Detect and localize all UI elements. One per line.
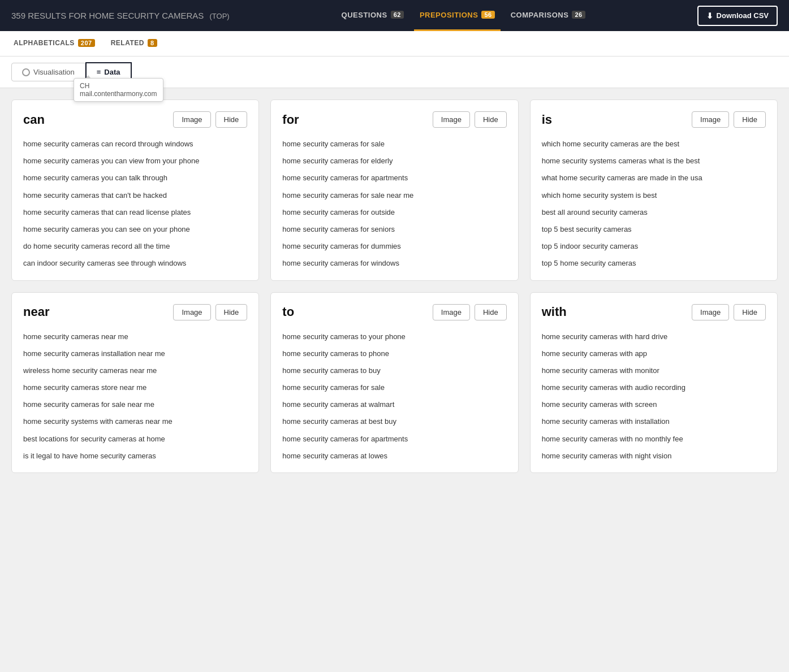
card-near-title: near (23, 305, 49, 319)
card-to-list: home security cameras to your phone home… (282, 332, 506, 462)
list-item: top 5 home security cameras (542, 258, 766, 268)
card-with-hide-button[interactable]: Hide (734, 304, 766, 320)
list-item: what home security cameras are made in t… (542, 173, 766, 183)
card-to-image-button[interactable]: Image (433, 304, 470, 320)
list-item: home security cameras for seniors (282, 224, 506, 235)
list-item: home security systems cameras what is th… (542, 156, 766, 166)
list-item: home security cameras for apartments (282, 173, 506, 183)
card-for-image-button[interactable]: Image (433, 111, 470, 128)
card-with-image-button[interactable]: Image (692, 304, 729, 320)
sub-tab-alphabeticals[interactable]: ALPHABETICALS 207 (11, 31, 97, 57)
data-icon: ≡ (97, 68, 101, 76)
nav-tabs: QUESTIONS 62 PREPOSITIONS 56 COMPARISONS… (241, 0, 686, 31)
list-item: wireless home security cameras near me (23, 366, 247, 376)
list-item: home security cameras with app (542, 349, 766, 359)
card-to-header: to Image Hide (282, 304, 506, 320)
page-title: 359 RESULTS FOR HOME SECURITY CAMERAS (T… (11, 11, 230, 20)
list-item: home security cameras to phone (282, 349, 506, 359)
card-with-header: with Image Hide (542, 304, 766, 320)
list-item: home security cameras with monitor (542, 366, 766, 376)
list-item: home security cameras that can read lice… (23, 207, 247, 218)
list-item: home security cameras for sale (282, 383, 506, 393)
card-is-list: which home security cameras are the best… (542, 139, 766, 269)
card-can-list: home security cameras can record through… (23, 139, 247, 269)
title-tag: (TOP) (210, 12, 230, 20)
list-item: which home security system is best (542, 190, 766, 201)
card-for-header: for Image Hide (282, 111, 506, 128)
cards-row-2: near Image Hide home security cameras ne… (11, 292, 778, 474)
list-item: best locations for security cameras at h… (23, 434, 247, 444)
list-item: home security cameras for windows (282, 258, 506, 268)
tooltip-line1: CH (80, 82, 157, 90)
card-can: can Image Hide home security cameras can… (11, 99, 259, 281)
card-to: to Image Hide home security cameras to y… (270, 292, 518, 474)
card-is: is Image Hide which home security camera… (530, 99, 778, 281)
card-for-title: for (282, 112, 299, 127)
card-is-title: is (542, 112, 552, 127)
list-item: home security cameras with no monthly fe… (542, 434, 766, 444)
list-item: top 5 indoor security cameras (542, 241, 766, 252)
list-item: home security cameras that can't be hack… (23, 190, 247, 201)
list-item: home security systems with cameras near … (23, 417, 247, 427)
list-item: home security cameras for elderly (282, 156, 506, 166)
card-for-list: home security cameras for sale home secu… (282, 139, 506, 269)
list-item: home security cameras with installation (542, 417, 766, 427)
card-can-image-button[interactable]: Image (173, 111, 210, 128)
card-near-image-button[interactable]: Image (173, 304, 210, 320)
card-can-header: can Image Hide (23, 111, 247, 128)
view-toggle-bar: Visualisation ≡ Data CH mail.contentharm… (0, 57, 789, 88)
list-item: can indoor security cameras see through … (23, 258, 247, 268)
list-item: home security cameras for sale (282, 139, 506, 149)
card-to-hide-button[interactable]: Hide (475, 304, 507, 320)
tooltip-line2: mail.contentharmony.com (80, 90, 157, 98)
list-item: home security cameras to your phone (282, 332, 506, 342)
card-can-hide-button[interactable]: Hide (215, 111, 248, 128)
list-item: do home security cameras record all the … (23, 241, 247, 252)
card-with-title: with (542, 305, 567, 319)
download-icon: ⬇ (706, 11, 713, 20)
visualisation-icon (22, 68, 30, 76)
tab-comparisons[interactable]: COMPARISONS 26 (505, 0, 591, 31)
card-is-hide-button[interactable]: Hide (734, 111, 766, 128)
cards-row-1: can Image Hide home security cameras can… (11, 99, 778, 281)
card-near-hide-button[interactable]: Hide (215, 304, 248, 320)
list-item: home security cameras at walmart (282, 400, 506, 410)
card-near-header: near Image Hide (23, 304, 247, 320)
list-item: which home security cameras are the best (542, 139, 766, 149)
list-item: home security cameras you can see on you… (23, 224, 247, 235)
card-with-actions: Image Hide (692, 304, 766, 320)
list-item: home security cameras at best buy (282, 417, 506, 427)
card-near-list: home security cameras near me home secur… (23, 332, 247, 462)
title-text: 359 RESULTS FOR HOME SECURITY CAMERAS (11, 11, 204, 20)
card-to-title: to (282, 305, 294, 319)
list-item: best all around security cameras (542, 207, 766, 218)
sub-tab-related[interactable]: RELATED 8 (109, 31, 159, 57)
card-to-actions: Image Hide (433, 304, 507, 320)
card-for: for Image Hide home security cameras for… (270, 99, 518, 281)
card-near-actions: Image Hide (173, 304, 247, 320)
list-item: home security cameras near me (23, 332, 247, 342)
list-item: home security cameras for dummies (282, 241, 506, 252)
tab-questions[interactable]: QUESTIONS 62 (336, 0, 409, 31)
list-item: home security cameras with night vision (542, 451, 766, 461)
list-item: home security cameras to buy (282, 366, 506, 376)
list-item: home security cameras installation near … (23, 349, 247, 359)
list-item: home security cameras at lowes (282, 451, 506, 461)
card-for-hide-button[interactable]: Hide (475, 111, 507, 128)
sub-header: ALPHABETICALS 207 RELATED 8 (0, 31, 789, 57)
header: 359 RESULTS FOR HOME SECURITY CAMERAS (T… (0, 0, 789, 31)
card-with-list: home security cameras with hard drive ho… (542, 332, 766, 462)
tab-prepositions[interactable]: PREPOSITIONS 56 (414, 0, 501, 31)
card-can-actions: Image Hide (173, 111, 247, 128)
card-can-title: can (23, 112, 45, 127)
list-item: home security cameras can record through… (23, 139, 247, 149)
list-item: home security cameras for sale near me (282, 190, 506, 201)
download-csv-button[interactable]: ⬇ Download CSV (697, 6, 778, 26)
card-is-actions: Image Hide (692, 111, 766, 128)
list-item: home security cameras for sale near me (23, 400, 247, 410)
card-for-actions: Image Hide (433, 111, 507, 128)
list-item: home security cameras for apartments (282, 434, 506, 444)
list-item: home security cameras you can talk throu… (23, 173, 247, 183)
card-is-image-button[interactable]: Image (692, 111, 729, 128)
card-near: near Image Hide home security cameras ne… (11, 292, 259, 474)
